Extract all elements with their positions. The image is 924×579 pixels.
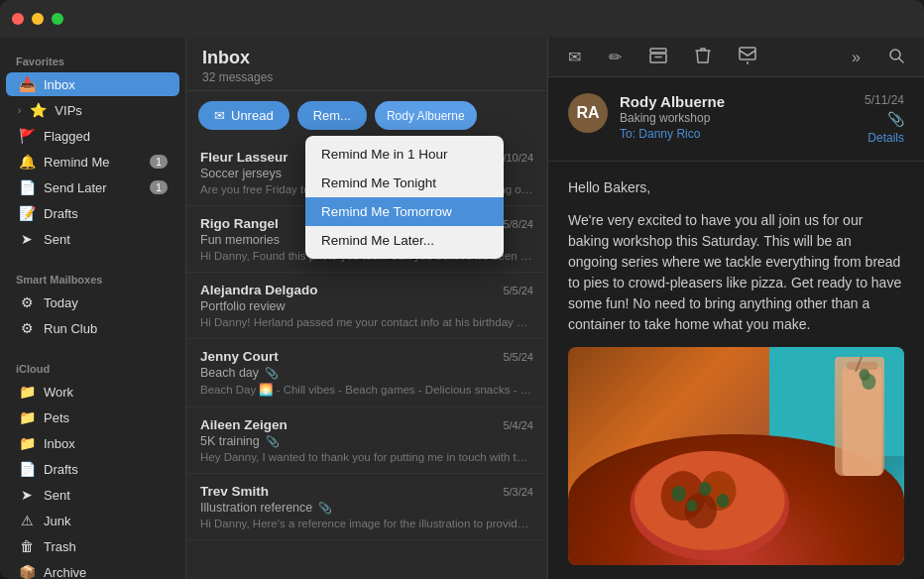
- message-date: 5/3/24: [503, 486, 533, 498]
- svg-line-6: [899, 58, 903, 62]
- app-window: Favorites 📥 Inbox › ⭐ VIPs 🚩 Flagged 🔔 R…: [0, 0, 924, 579]
- sidebar-item-label: Work: [44, 385, 168, 400]
- sidebar-item-icloud-inbox[interactable]: 📁 Inbox: [6, 431, 179, 455]
- sidebar-item-send-later[interactable]: 📄 Send Later 1: [6, 175, 179, 199]
- svg-point-12: [671, 486, 685, 502]
- unread-filter-button[interactable]: ✉ Unread: [198, 101, 289, 130]
- smart-mailboxes-section-label: Smart Mailboxes: [0, 264, 185, 290]
- archive-action-icon[interactable]: [645, 44, 671, 71]
- title-bar: [0, 0, 924, 38]
- detail-header: RA Rody Albuerne Baking workshop To: Dan…: [548, 77, 924, 162]
- star-icon: ⭐: [29, 102, 47, 118]
- sidebar-item-run-club[interactable]: ⚙ Run Club: [6, 316, 179, 340]
- message-subject: 5K training 📎: [200, 434, 533, 448]
- attachment-icon: 📎: [266, 435, 280, 448]
- message-date: 5/8/24: [503, 218, 533, 230]
- detail-subject: Baking workshop: [620, 111, 853, 125]
- sidebar-item-junk[interactable]: ⚠ Junk: [6, 509, 179, 532]
- sidebar-item-archive[interactable]: 📦 Archive: [6, 560, 179, 579]
- message-date: 5/5/24: [503, 285, 533, 296]
- sidebar-item-today[interactable]: ⚙ Today: [6, 290, 179, 314]
- inbox-title: Inbox: [202, 48, 531, 68]
- attachment-icon: 📎: [265, 367, 279, 380]
- attachment-icon: 📎: [318, 502, 332, 515]
- sidebar-item-label: Run Club: [44, 321, 168, 336]
- junk-icon: ⚠: [18, 513, 36, 528]
- sidebar-item-pets[interactable]: 📁 Pets: [6, 405, 179, 429]
- sidebar-item-flagged[interactable]: 🚩 Flagged: [6, 124, 179, 148]
- message-item[interactable]: Alejandra Delgado 5/5/24 Portfolio revie…: [186, 273, 547, 339]
- sender-name: Aileen Zeigen: [200, 417, 288, 432]
- close-button[interactable]: [12, 13, 24, 25]
- inbox-icon: 📥: [18, 76, 36, 92]
- sidebar-item-label: Trash: [44, 539, 168, 554]
- compose-icon[interactable]: ✉: [564, 44, 585, 70]
- attachment-indicator: 📎: [887, 111, 904, 127]
- message-subject: Illustration reference 📎: [200, 501, 533, 515]
- bell-icon: 🔔: [18, 154, 36, 170]
- body-greeting: Hello Bakers,: [568, 177, 904, 198]
- message-list-header: Inbox 32 messages: [186, 38, 547, 91]
- detail-meta: Rody Albuerne Baking workshop To: Danny …: [620, 93, 853, 141]
- folder-icon: 📁: [18, 384, 36, 400]
- trash-icon: 🗑: [18, 538, 36, 554]
- sidebar-item-inbox[interactable]: 📥 Inbox: [6, 72, 179, 96]
- detail-body: Hello Bakers, We're very excited to have…: [548, 162, 924, 579]
- junk-icon[interactable]: [735, 43, 760, 72]
- sidebar-item-icloud-sent[interactable]: ➤ Sent: [6, 483, 179, 507]
- search-icon[interactable]: [884, 44, 908, 71]
- filter-bar: ✉ Unread Rem... Rody Albuerne Remind Me …: [186, 91, 547, 140]
- body-paragraph: We're very excited to have you all join …: [568, 210, 904, 335]
- svg-point-15: [717, 494, 729, 508]
- svg-point-13: [699, 482, 711, 496]
- remind-tomorrow-item[interactable]: Remind Me Tomorrow: [305, 197, 504, 226]
- sidebar-item-work[interactable]: 📁 Work: [6, 380, 179, 404]
- new-message-icon[interactable]: ✏: [605, 44, 626, 70]
- sidebar-item-drafts[interactable]: 📝 Drafts: [6, 201, 179, 225]
- sidebar-item-icloud-drafts[interactable]: 📄 Drafts: [6, 457, 179, 481]
- sidebar-item-trash[interactable]: 🗑 Trash: [6, 534, 179, 558]
- details-link[interactable]: Details: [867, 131, 904, 145]
- message-list: Inbox 32 messages ✉ Unread Rem... Rody A…: [186, 38, 548, 579]
- detail-date-details: 5/11/24 📎 Details: [865, 93, 904, 145]
- message-preview: Hey Danny, I wanted to thank you for put…: [200, 451, 533, 463]
- archive-icon: 📦: [18, 564, 36, 579]
- delete-icon[interactable]: [691, 43, 715, 72]
- maximize-button[interactable]: [52, 13, 63, 25]
- svg-point-14: [687, 500, 698, 512]
- gear-icon: ⚙: [18, 294, 36, 310]
- sidebar-item-label: Send Later: [44, 180, 142, 195]
- message-item[interactable]: Jenny Court 5/5/24 Beach day 📎 Beach Day…: [186, 339, 547, 407]
- minimize-button[interactable]: [32, 13, 44, 25]
- svg-rect-1: [650, 54, 666, 62]
- to-label: To:: [620, 127, 635, 141]
- drafts-icon: 📝: [18, 205, 36, 221]
- mail-icon: ✉: [214, 108, 225, 123]
- remind-tonight-item[interactable]: Remind Me Tonight: [305, 169, 504, 197]
- remind-hour-item[interactable]: Remind Me in 1 Hour: [305, 140, 504, 169]
- message-item[interactable]: Aileen Zeigen 5/4/24 5K training 📎 Hey D…: [186, 407, 547, 474]
- favorites-section-label: Favorites: [0, 46, 185, 71]
- remind-later-item[interactable]: Remind Me Later...: [305, 226, 504, 255]
- avatar: RA: [568, 93, 608, 133]
- unread-label: Unread: [231, 108, 274, 123]
- flag-icon: 🚩: [18, 128, 36, 144]
- sidebar: Favorites 📥 Inbox › ⭐ VIPs 🚩 Flagged 🔔 R…: [0, 38, 186, 579]
- sidebar-item-sent[interactable]: ➤ Sent: [6, 227, 179, 251]
- folder-icon: 📁: [18, 435, 36, 451]
- sidebar-item-remind-me[interactable]: 🔔 Remind Me 1: [6, 150, 179, 174]
- sidebar-item-label: Junk: [44, 514, 168, 528]
- folder-icon: 📁: [18, 409, 36, 425]
- sidebar-item-label: Drafts: [44, 206, 168, 221]
- message-subject: Portfolio review: [200, 299, 533, 313]
- message-date: 5/5/24: [503, 351, 533, 363]
- sent-icon: ➤: [18, 487, 36, 503]
- rody-filter-button[interactable]: Rody Albuerne: [375, 101, 477, 130]
- sidebar-item-vips[interactable]: › ⭐ VIPs: [6, 98, 179, 122]
- sidebar-item-label: Drafts: [44, 462, 168, 477]
- message-subject: Beach day 📎: [200, 366, 533, 380]
- remind-filter-button[interactable]: Rem...: [297, 101, 367, 130]
- sidebar-item-label: Today: [44, 295, 168, 310]
- message-item[interactable]: Trev Smith 5/3/24 Illustration reference…: [186, 474, 547, 540]
- more-icon[interactable]: »: [848, 45, 865, 70]
